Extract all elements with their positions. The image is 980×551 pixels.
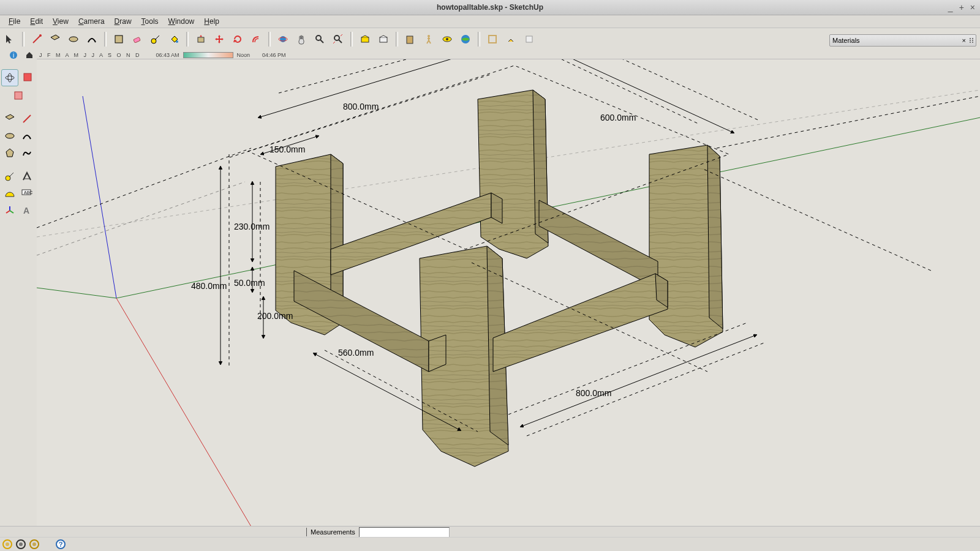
svg-text:ABC: ABC [24,190,32,195]
zoom-extents-tool[interactable] [330,31,347,48]
rotate-tool[interactable] [229,31,246,48]
line-tool-left[interactable] [19,111,35,127]
dim-50: 50.0mm [234,278,265,288]
credits-icon[interactable] [16,539,26,549]
freehand-tool-left[interactable] [19,145,35,161]
svg-point-0 [39,34,42,37]
svg-line-40 [37,182,245,255]
svg-point-28 [6,133,14,138]
materials-panel-header[interactable]: Materials × [829,34,976,47]
svg-point-24 [8,73,12,82]
section-fill-tool[interactable] [10,88,26,103]
tape-measure-tool[interactable] [147,31,164,48]
dim-230: 230.0mm [234,222,270,231]
polygon-tool-left[interactable] [2,145,18,161]
materials-drag-handle[interactable] [970,38,973,43]
materials-close-icon[interactable]: × [961,37,967,44]
menu-window[interactable]: Window [164,16,200,27]
orbit-tool-left[interactable] [1,69,18,86]
google-earth-tool[interactable] [457,31,474,48]
extension-1[interactable] [484,31,501,48]
svg-point-2 [69,37,78,42]
svg-marker-47 [707,145,723,329]
svg-rect-14 [407,36,413,43]
text-tool-left[interactable]: ABC [19,186,35,201]
menu-draw[interactable]: Draw [110,16,137,27]
months-label: J F M A M J J A S O N D [39,52,141,58]
arc-tool-left[interactable] [19,128,35,144]
credits-icon-2[interactable] [29,539,39,549]
dim-480: 480.0mm [191,281,227,291]
line-tool[interactable] [28,31,45,48]
time-sunrise: 06:43 AM [156,52,179,58]
3dtext-tool-left[interactable]: A [19,203,35,219]
rectangle-tool-left[interactable] [2,111,18,127]
help-icon[interactable]: ? [55,539,66,550]
menu-view[interactable]: View [48,16,74,27]
extension-2[interactable] [502,31,519,48]
svg-point-23 [6,76,14,80]
svg-point-10 [316,36,321,40]
menu-tools[interactable]: Tools [137,16,164,27]
extension-3[interactable] [521,31,538,48]
circle-tool[interactable] [65,31,82,48]
move-tool[interactable] [211,31,228,48]
window-title: howtopalltable.skp - SketchUp [437,3,543,12]
svg-marker-1 [51,35,59,40]
svg-rect-12 [361,37,369,42]
leg-right [649,145,723,347]
make-component-tool[interactable] [110,31,127,48]
orbit-tool[interactable] [274,31,292,48]
section-plane-tool[interactable] [20,69,36,85]
paint-bucket-tool[interactable] [165,31,183,48]
titlebar: howtopalltable.skp - SketchUp _ + × [0,0,980,15]
3d-warehouse-share[interactable] [375,31,392,48]
layout-tool[interactable] [402,31,419,48]
rail-front-right [493,274,668,372]
eraser-tool[interactable] [129,31,146,48]
pushpull-tool[interactable] [192,31,209,48]
dimension-tool-left[interactable] [19,168,35,184]
rectangle-tool[interactable] [47,31,64,48]
shadow-timeline: i J F M A M J J A S O N D 06:43 AM Noon … [7,51,286,59]
tape-tool-left[interactable] [2,168,18,184]
svg-rect-20 [526,36,532,42]
menu-edit[interactable]: Edit [25,16,48,27]
materials-label: Materials [832,37,860,44]
circle-tool-left[interactable] [2,128,18,144]
protractor-tool-left[interactable] [2,186,18,201]
svg-line-39 [83,96,116,298]
3d-warehouse-get[interactable] [356,31,374,48]
time-sunset: 04:46 PM [262,52,286,58]
offset-tool[interactable] [247,31,265,48]
maximize-button[interactable]: + [959,2,964,12]
pan-tool[interactable] [293,31,310,48]
measurements-input[interactable] [359,527,450,538]
large-toolset: ABC A [0,59,37,538]
3d-viewport[interactable]: 800.0mm 600.0mm 150.0mm 230.0mm 480.0mm … [37,59,980,534]
menu-file[interactable]: File [4,16,25,27]
look-tool[interactable] [439,31,456,48]
menu-camera[interactable]: Camera [74,16,110,27]
time-gradient[interactable] [183,52,233,58]
minimize-button[interactable]: _ [948,2,953,12]
close-button[interactable]: × [970,2,975,12]
menu-bar: File Edit View Camera Draw Tools Window … [0,15,980,28]
svg-line-36 [37,280,116,298]
dim-150: 150.0mm [270,144,305,154]
select-tool[interactable] [1,31,18,48]
arc-tool[interactable] [83,31,100,48]
svg-rect-7 [198,37,204,42]
zoom-tool[interactable] [311,31,328,48]
svg-rect-4 [134,37,141,43]
svg-marker-27 [6,114,14,119]
axes-tool-left[interactable] [2,203,18,219]
walk-tool[interactable] [420,31,437,48]
geo-location-icon[interactable] [2,539,12,549]
svg-text:?: ? [59,541,63,548]
dim-560: 560.0mm [338,348,374,358]
menu-help[interactable]: Help [199,16,224,27]
svg-point-6 [176,40,178,43]
svg-text:i: i [13,52,14,59]
svg-rect-25 [24,73,31,81]
